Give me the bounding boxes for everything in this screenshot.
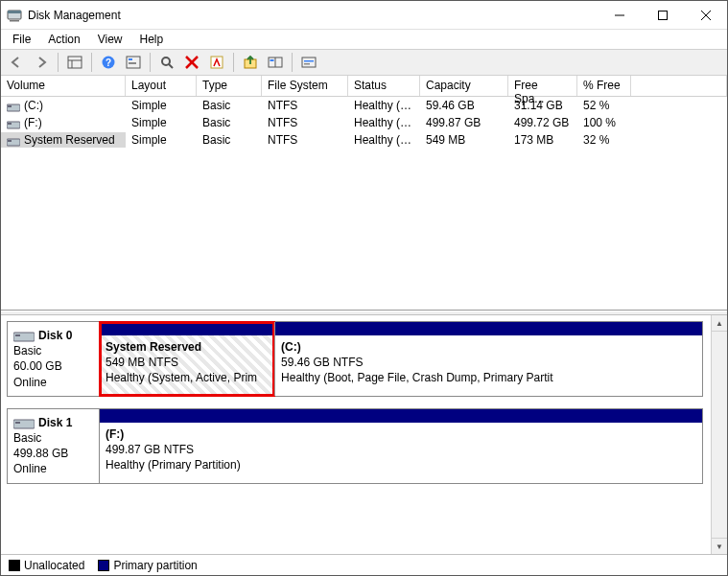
cell-layout: Simple: [126, 115, 197, 130]
svg-rect-30: [8, 123, 12, 125]
disk-icon: [7, 119, 20, 128]
disk-id: Disk 1: [38, 416, 72, 429]
partition-name: System Reserved: [106, 339, 269, 355]
cell-status: Healthy (S...: [348, 132, 420, 148]
menu-help[interactable]: Help: [132, 31, 172, 48]
menu-view[interactable]: View: [90, 31, 130, 48]
col-status[interactable]: Status: [348, 76, 420, 96]
cell-capacity: 549 MB: [420, 132, 508, 148]
disk-id: Disk 0: [38, 329, 72, 342]
swatch-unallocated: [9, 560, 20, 571]
toolbar-separator: [58, 53, 59, 72]
cell-type: Basic: [197, 115, 262, 130]
partition[interactable]: (F:)499.87 GB NTFSHealthy (Primary Parti…: [100, 409, 702, 483]
properties-button[interactable]: [205, 51, 228, 74]
partition-name: (F:): [106, 426, 696, 442]
titlebar: Disk Management: [1, 1, 727, 30]
cell-fs: NTFS: [262, 132, 348, 148]
col-filesystem[interactable]: File System: [262, 76, 348, 96]
cell-layout: Simple: [126, 98, 197, 113]
toolbar-separator: [233, 53, 234, 72]
show-hide-console-tree-button[interactable]: [63, 51, 86, 74]
col-pctfree[interactable]: % Free: [577, 76, 631, 96]
col-capacity[interactable]: Capacity: [420, 76, 508, 96]
disk-graphical-pane: Disk 0Basic60.00 GBOnlineSystem Reserved…: [1, 315, 727, 554]
volume-row[interactable]: (F:)SimpleBasicNTFSHealthy (P...499.87 G…: [1, 114, 727, 131]
delete-button[interactable]: [180, 51, 203, 74]
drive-icon: [13, 418, 35, 429]
col-volume[interactable]: Volume: [1, 76, 126, 96]
toolbar-separator: [91, 53, 92, 72]
menu-file[interactable]: File: [5, 31, 38, 48]
svg-rect-32: [8, 140, 12, 142]
partition-size-fs: 59.46 GB NTFS: [281, 355, 696, 370]
disk-label[interactable]: Disk 0Basic60.00 GBOnline: [7, 321, 99, 397]
col-type[interactable]: Type: [197, 76, 262, 96]
disk-state: Online: [13, 375, 93, 390]
scroll-up-button[interactable]: ▲: [712, 315, 727, 332]
disk-block: Disk 0Basic60.00 GBOnlineSystem Reserved…: [7, 321, 703, 397]
volume-row[interactable]: System ReservedSimpleBasicNTFSHealthy (S…: [1, 131, 727, 149]
disk-state: Online: [13, 461, 93, 476]
app-icon: [7, 8, 22, 23]
action-button-1[interactable]: [239, 51, 262, 74]
close-button[interactable]: [684, 1, 727, 29]
volume-list-header: Volume Layout Type File System Status Ca…: [1, 76, 727, 97]
cell-type: Basic: [197, 98, 262, 113]
svg-point-15: [162, 58, 170, 65]
toolbar: ?: [1, 49, 727, 76]
settings-button[interactable]: [122, 51, 145, 74]
scroll-down-button[interactable]: ▼: [712, 538, 727, 554]
cell-free: 499.72 GB: [508, 115, 577, 130]
refresh-button[interactable]: [155, 51, 178, 74]
maximize-button[interactable]: [641, 1, 684, 29]
disk-partitions: System Reserved549 MB NTFSHealthy (Syste…: [99, 321, 703, 397]
col-freespace[interactable]: Free Spa...: [508, 76, 577, 96]
svg-rect-7: [68, 57, 82, 68]
partition-size-fs: 549 MB NTFS: [106, 355, 269, 370]
disk-icon: [7, 102, 20, 111]
legend-primary: Primary partition: [98, 559, 197, 572]
forward-button[interactable]: [30, 51, 53, 74]
partition[interactable]: System Reserved549 MB NTFSHealthy (Syste…: [100, 322, 274, 396]
volume-list: Volume Layout Type File System Status Ca…: [1, 76, 727, 311]
partition-body: (C:)59.46 GB NTFSHealthy (Boot, Page Fil…: [275, 335, 702, 396]
svg-rect-34: [15, 334, 20, 336]
drive-icon: [13, 331, 35, 342]
back-button[interactable]: [5, 51, 28, 74]
action-button-3[interactable]: [297, 51, 320, 74]
disk-type: Basic: [13, 343, 93, 358]
svg-line-16: [169, 64, 173, 68]
disk-icon: [7, 136, 20, 146]
partition-name: (C:): [281, 339, 696, 355]
action-button-2[interactable]: [264, 51, 287, 74]
volume-rows: (C:)SimpleBasicNTFSHealthy (B...59.46 GB…: [1, 97, 727, 310]
help-button[interactable]: ?: [97, 51, 120, 74]
disk-column: Disk 0Basic60.00 GBOnlineSystem Reserved…: [1, 315, 711, 554]
partition-header: [100, 409, 702, 423]
svg-rect-23: [270, 59, 274, 61]
svg-rect-36: [15, 422, 20, 424]
disk-label[interactable]: Disk 1Basic499.88 GBOnline: [7, 408, 99, 484]
swatch-primary: [98, 560, 109, 571]
partition-header: [100, 322, 274, 335]
partition-status: Healthy (Primary Partition): [106, 457, 696, 472]
partition[interactable]: (C:)59.46 GB NTFSHealthy (Boot, Page Fil…: [274, 322, 702, 396]
partition-status: Healthy (Boot, Page File, Crash Dump, Pr…: [281, 370, 696, 385]
cell-volume: System Reserved: [1, 132, 126, 148]
menubar: File Action View Help: [1, 30, 727, 49]
minimize-button[interactable]: [598, 1, 641, 29]
svg-rect-25: [304, 60, 314, 62]
disk-size: 499.88 GB: [13, 446, 93, 461]
disk-size: 60.00 GB: [13, 358, 93, 374]
cell-fs: NTFS: [262, 98, 348, 113]
volume-row[interactable]: (C:)SimpleBasicNTFSHealthy (B...59.46 GB…: [1, 97, 727, 114]
col-layout[interactable]: Layout: [126, 76, 197, 96]
legend-unallocated: Unallocated: [9, 559, 84, 572]
vertical-scrollbar[interactable]: ▲ ▼: [711, 315, 727, 554]
partition-body: System Reserved549 MB NTFSHealthy (Syste…: [100, 335, 274, 396]
svg-rect-14: [129, 62, 136, 64]
cell-type: Basic: [197, 132, 262, 148]
cell-pct: 100 %: [577, 115, 631, 130]
menu-action[interactable]: Action: [40, 31, 87, 48]
